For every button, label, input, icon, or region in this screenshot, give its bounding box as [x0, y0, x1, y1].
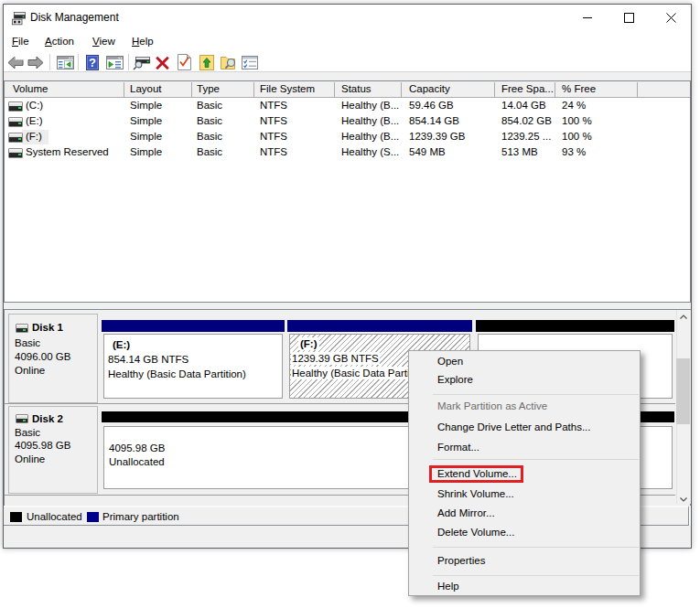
svg-text:?: ?	[89, 56, 96, 69]
